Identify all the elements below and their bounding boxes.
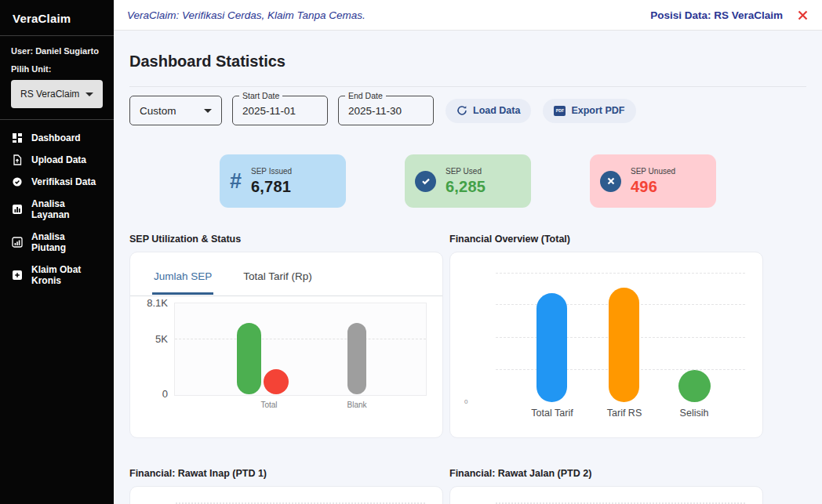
title-divider bbox=[129, 86, 806, 87]
financial-chart-plot: 0 Total Tarif Tarif RS Selisih bbox=[464, 268, 750, 402]
ptd1-title: Financial: Rawat Inap (PTD 1) bbox=[129, 468, 443, 480]
sidebar-user-label: User: Daniel Sugiarto bbox=[0, 36, 114, 56]
end-date-value: 2025-11-30 bbox=[348, 105, 402, 117]
ptd2-title: Financial: Rawat Jalan (PTD 2) bbox=[449, 468, 763, 480]
export-pdf-label: Export PDF bbox=[571, 105, 624, 116]
refresh-icon bbox=[456, 105, 467, 116]
sidebar-item-analisa-piutang[interactable]: Analisa Piutang bbox=[0, 226, 114, 259]
start-date-value: 2025-11-01 bbox=[242, 105, 296, 117]
upload-file-icon bbox=[12, 154, 23, 165]
sidebar-item-label: Verifikasi Data bbox=[31, 176, 96, 187]
end-date-field[interactable]: End Date 2025-11-30 bbox=[338, 96, 434, 125]
topbar: VeraClaim: Verifikasi Cerdas, Klaim Tanp… bbox=[114, 0, 822, 31]
tab-total-tarif[interactable]: Total Tarif (Rp) bbox=[242, 270, 314, 295]
ptd1-chart-card bbox=[129, 486, 443, 504]
sidebar-item-label: Dashboard bbox=[31, 132, 81, 143]
sep-utilization-section: SEP Utilization & Status Jumlah SEP Tota… bbox=[129, 234, 443, 438]
dashboard-icon bbox=[12, 132, 23, 143]
sidebar-item-upload-data[interactable]: Upload Data bbox=[0, 149, 114, 171]
tab-jumlah-sep[interactable]: Jumlah SEP bbox=[152, 270, 213, 295]
chevron-down-icon bbox=[204, 109, 212, 113]
chevron-down-icon bbox=[85, 92, 93, 96]
bar-chart-icon bbox=[12, 204, 23, 215]
load-data-label: Load Data bbox=[473, 105, 520, 116]
sep-chart-title: SEP Utilization & Status bbox=[129, 234, 443, 246]
start-date-field[interactable]: Start Date 2025-11-01 bbox=[232, 96, 328, 125]
stat-cards-row: # SEP Issued 6,781 SEP Used 6,285 SEP Un… bbox=[129, 154, 806, 208]
unit-select[interactable]: RS VeraClaim bbox=[11, 80, 103, 108]
financial-chart-card: 0 Total Tarif Tarif RS Selisih bbox=[449, 252, 763, 438]
ptd2-chart-card bbox=[449, 486, 763, 504]
sidebar-item-klaim-obat-kronis[interactable]: Klaim Obat Kronis bbox=[0, 259, 114, 292]
load-data-button[interactable]: Load Data bbox=[446, 99, 531, 123]
x-axis-label-selisih: Selisih bbox=[680, 408, 709, 419]
stat-card-sep-unused: SEP Unused 496 bbox=[590, 154, 716, 208]
x-axis-label-total: Total bbox=[260, 401, 277, 409]
check-circle-icon bbox=[415, 171, 436, 192]
end-date-label: End Date bbox=[345, 91, 386, 100]
chart-outline-icon bbox=[12, 237, 23, 248]
gridline bbox=[496, 273, 745, 274]
stat-card-sep-used: SEP Used 6,285 bbox=[405, 154, 531, 208]
medical-plus-icon bbox=[12, 270, 23, 281]
stat-label: SEP Unused bbox=[631, 167, 675, 176]
date-range-value: Custom bbox=[140, 105, 176, 117]
sidebar-unit-label: Pilih Unit: bbox=[0, 56, 114, 80]
stat-label: SEP Used bbox=[446, 167, 486, 176]
bar-tarif-rs bbox=[609, 288, 639, 402]
tabs-baseline bbox=[130, 296, 442, 296]
sep-chart-plot: 8.1K 5K 0 Total Blank bbox=[174, 303, 427, 396]
ptd1-section: Financial: Rawat Inap (PTD 1) bbox=[129, 468, 443, 504]
page-title: Dashboard Statistics bbox=[129, 53, 806, 71]
app-tagline: VeraClaim: Verifikasi Cerdas, Klaim Tanp… bbox=[127, 9, 366, 21]
gridline bbox=[175, 339, 426, 339]
stat-value: 6,781 bbox=[251, 178, 292, 196]
sidebar-item-label: Analisa Layanan bbox=[31, 198, 102, 220]
stat-label: SEP Issued bbox=[251, 167, 292, 176]
unit-select-value: RS VeraClaim bbox=[20, 89, 79, 100]
export-pdf-button[interactable]: PDF Export PDF bbox=[543, 99, 635, 123]
financial-overview-section: Financial Overview (Total) 0 Total Tarif… bbox=[449, 234, 763, 438]
stat-card-sep-issued: # SEP Issued 6,781 bbox=[220, 154, 346, 208]
bar-sep-used bbox=[237, 323, 261, 394]
x-axis-label-blank: Blank bbox=[347, 401, 366, 409]
stat-value: 496 bbox=[631, 178, 675, 196]
topbar-right: Posisi Data: RS VeraClaim bbox=[650, 9, 809, 21]
x-axis-label-total-tarif: Total Tarif bbox=[531, 408, 573, 419]
bar-sep-unused bbox=[264, 369, 289, 394]
start-date-label: Start Date bbox=[239, 91, 282, 100]
y-axis-tick-zero: 0 bbox=[464, 398, 467, 405]
sidebar-item-label: Analisa Piutang bbox=[31, 231, 102, 253]
financial-chart-title: Financial Overview (Total) bbox=[449, 234, 763, 246]
ptd2-section: Financial: Rawat Jalan (PTD 2) bbox=[449, 468, 763, 504]
stat-value: 6,285 bbox=[446, 178, 486, 196]
data-position-label: Posisi Data: RS VeraClaim bbox=[650, 9, 783, 21]
main-content: Dashboard Statistics Custom Start Date 2… bbox=[114, 31, 822, 504]
close-icon[interactable] bbox=[797, 9, 809, 21]
app-logo: VeraClaim bbox=[0, 0, 114, 35]
sep-chart-card: Jumlah SEP Total Tarif (Rp) 8.1K 5K 0 To… bbox=[129, 252, 443, 438]
x-axis-label-tarif-rs: Tarif RS bbox=[607, 408, 642, 419]
hash-icon: # bbox=[230, 171, 242, 192]
bar-total-tarif bbox=[536, 293, 567, 402]
sidebar-item-verifikasi-data[interactable]: Verifikasi Data bbox=[0, 171, 114, 193]
x-circle-icon bbox=[600, 171, 621, 192]
date-range-select[interactable]: Custom bbox=[129, 96, 222, 125]
bottom-charts-row: Financial: Rawat Inap (PTD 1) Financial:… bbox=[129, 468, 806, 504]
pdf-icon: PDF bbox=[554, 106, 566, 116]
y-axis-tick: 0 bbox=[162, 388, 168, 400]
filter-toolbar: Custom Start Date 2025-11-01 End Date 20… bbox=[129, 96, 806, 125]
sep-chart-tabs: Jumlah SEP Total Tarif (Rp) bbox=[152, 270, 314, 295]
bar-selisih bbox=[678, 370, 711, 402]
sidebar-menu: Dashboard Upload Data Verifikasi Data An… bbox=[0, 120, 114, 292]
y-axis-tick: 5K bbox=[155, 333, 168, 345]
y-axis-tick: 8.1K bbox=[147, 297, 168, 309]
sidebar-item-label: Upload Data bbox=[31, 154, 86, 165]
charts-row: SEP Utilization & Status Jumlah SEP Tota… bbox=[129, 234, 806, 438]
sidebar: VeraClaim User: Daniel Sugiarto Pilih Un… bbox=[0, 0, 114, 504]
verified-badge-icon bbox=[12, 176, 23, 187]
sidebar-item-dashboard[interactable]: Dashboard bbox=[0, 127, 114, 149]
bar-blank bbox=[347, 323, 366, 394]
sidebar-item-label: Klaim Obat Kronis bbox=[31, 264, 102, 286]
sidebar-item-analisa-layanan[interactable]: Analisa Layanan bbox=[0, 193, 114, 226]
